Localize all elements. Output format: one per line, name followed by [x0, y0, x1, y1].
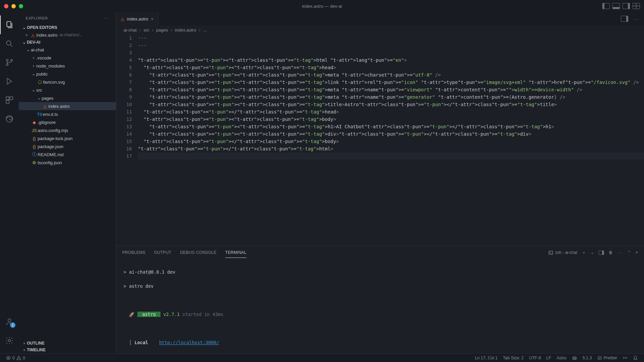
status-ts-version[interactable]: 5.1.3: [580, 356, 595, 360]
tab-bar: ◬ index.astro × ···: [116, 12, 644, 26]
close-icon[interactable]: ×: [24, 33, 30, 38]
brace-icon: {}: [31, 136, 38, 141]
activity-extensions[interactable]: [0, 91, 19, 109]
terminal-dropdown-icon[interactable]: ⌄: [591, 250, 594, 255]
status-copilot-icon[interactable]: [569, 355, 580, 361]
maximize-panel-icon[interactable]: ⌃: [628, 250, 631, 255]
more-icon[interactable]: ···: [634, 16, 639, 21]
svg-point-4: [11, 59, 12, 61]
kill-terminal-icon[interactable]: 🗑: [609, 250, 613, 255]
activity-edge[interactable]: [0, 109, 19, 128]
breadcrumb-segment[interactable]: src: [143, 28, 149, 33]
activity-scm[interactable]: [0, 53, 19, 72]
status-lang[interactable]: Astro: [554, 356, 569, 360]
close-panel-icon[interactable]: ×: [636, 250, 638, 255]
toggle-panel-icon[interactable]: [612, 3, 620, 9]
tab-index-astro[interactable]: ◬ index.astro ×: [116, 12, 158, 26]
tree-folder[interactable]: ⌄public: [19, 70, 116, 78]
breadcrumb[interactable]: ai-chat›src›pages›index.astro›...: [116, 26, 644, 34]
tree-file[interactable]: JSastro.config.mjs: [19, 126, 116, 134]
sidebar: EXPLORER ··· ⌄OPEN EDITORS × ◬ index.ast…: [19, 12, 116, 353]
close-tab-icon[interactable]: ×: [151, 16, 154, 21]
code-editor[interactable]: 1234567891011121314151617 ------ "t-attr…: [116, 34, 644, 246]
timeline-header[interactable]: ›TIMELINE: [19, 347, 116, 353]
account-badge: 1: [10, 322, 15, 328]
tree-file[interactable]: ⓘREADME.md: [19, 150, 116, 159]
activity-bar: 1: [0, 12, 19, 353]
split-terminal-icon[interactable]: [599, 251, 604, 255]
tree-file[interactable]: ⬡favicon.svg: [19, 78, 116, 86]
git-icon: ◆: [31, 120, 38, 125]
tree-folder[interactable]: ›.vscode: [19, 54, 116, 62]
close-window-button[interactable]: [4, 4, 8, 8]
more-icon[interactable]: ···: [104, 16, 109, 20]
error-icon: [6, 356, 11, 360]
tree-file[interactable]: {}package.json: [19, 142, 116, 150]
toggle-primary-sidebar-icon[interactable]: [602, 3, 610, 9]
json-icon: ⚙: [31, 160, 38, 165]
svg-point-14: [573, 358, 574, 358]
md-icon: ⓘ: [31, 151, 38, 157]
svg-rect-7: [6, 100, 9, 103]
terminal-output[interactable]: > ai-chat@0.0.1 dev > astro dev 🚀 astro …: [116, 259, 644, 353]
tree-file[interactable]: ◬index.astro: [19, 102, 116, 110]
tree-folder[interactable]: ›node_modules: [19, 62, 116, 70]
svg-rect-11: [549, 251, 552, 254]
tree-file[interactable]: ◆.gitignore: [19, 118, 116, 126]
activity-settings[interactable]: [0, 331, 19, 350]
tree-folder[interactable]: ⌄ai-chat: [19, 46, 116, 54]
panel-tab-terminal[interactable]: TERMINAL: [225, 250, 246, 258]
tree-folder[interactable]: ⌄pages: [19, 94, 116, 102]
panel-tab-problems[interactable]: PROBLEMS: [122, 250, 145, 255]
status-errors[interactable]: 0 0: [3, 356, 28, 360]
workspace-header[interactable]: ⌄DEV-AI: [19, 39, 116, 46]
svg-point-9: [8, 319, 11, 322]
tree-folder[interactable]: ⌄src: [19, 86, 116, 94]
maximize-window-button[interactable]: [19, 4, 23, 8]
customize-layout-icon[interactable]: [633, 3, 640, 9]
status-cursor[interactable]: Ln 17, Col 1: [472, 356, 500, 360]
outline-header[interactable]: ›OUTLINE: [19, 340, 116, 347]
sidebar-title: EXPLORER ···: [19, 12, 116, 24]
file-tree: ⌄ai-chat›.vscode›node_modules⌄public⬡fav…: [19, 46, 116, 340]
toggle-secondary-sidebar-icon[interactable]: [623, 3, 630, 9]
panel-tab-debug[interactable]: DEBUG CONSOLE: [180, 250, 217, 255]
tree-file[interactable]: {}package-lock.json: [19, 134, 116, 142]
more-icon[interactable]: ···: [617, 250, 623, 255]
tree-file[interactable]: ⚙tsconfig.json: [19, 159, 116, 167]
gear-icon: [5, 336, 14, 345]
breadcrumb-segment[interactable]: ai-chat: [124, 28, 137, 33]
activity-explorer[interactable]: [0, 15, 19, 34]
breadcrumb-segment[interactable]: ...: [203, 28, 207, 33]
status-live-icon[interactable]: [620, 355, 630, 360]
tree-file[interactable]: TSenv.d.ts: [19, 110, 116, 118]
status-indent[interactable]: Tab Size: 2: [500, 356, 526, 360]
astro-icon: ◬: [42, 104, 48, 109]
status-bell-icon[interactable]: [630, 355, 641, 360]
svg-icon: ⬡: [36, 80, 43, 85]
status-bar: 0 0 Ln 17, Col 1 Tab Size: 2 UTF-8 LF As…: [0, 353, 644, 362]
svg-point-2: [6, 59, 8, 61]
open-editor-item[interactable]: × ◬ index.astro ai-chat/src/...: [19, 31, 116, 39]
astro-file-icon: ◬: [121, 16, 124, 21]
status-encoding[interactable]: UTF-8: [526, 356, 544, 360]
search-icon: [5, 39, 14, 48]
split-editor-icon[interactable]: [621, 16, 628, 22]
activity-account[interactable]: 1: [0, 312, 19, 331]
status-eol[interactable]: LF: [544, 356, 554, 360]
activity-run[interactable]: [0, 72, 19, 91]
branch-icon: [5, 58, 14, 67]
astro-file-icon: ◬: [30, 33, 36, 38]
js-icon: JS: [31, 128, 38, 133]
terminal-icon: [548, 250, 553, 255]
status-prettier[interactable]: Prettier: [595, 356, 620, 360]
terminal-shell-label[interactable]: zsh - ai-chat: [548, 250, 577, 255]
new-terminal-icon[interactable]: ＋: [582, 250, 586, 256]
open-editors-header[interactable]: ⌄OPEN EDITORS: [19, 24, 116, 31]
activity-search[interactable]: [0, 34, 19, 53]
breadcrumb-segment[interactable]: pages: [156, 28, 168, 33]
panel-tab-output[interactable]: OUTPUT: [154, 250, 171, 255]
minimize-window-button[interactable]: [11, 4, 16, 8]
breadcrumb-segment[interactable]: index.astro: [175, 28, 196, 33]
svg-rect-6: [10, 97, 13, 100]
